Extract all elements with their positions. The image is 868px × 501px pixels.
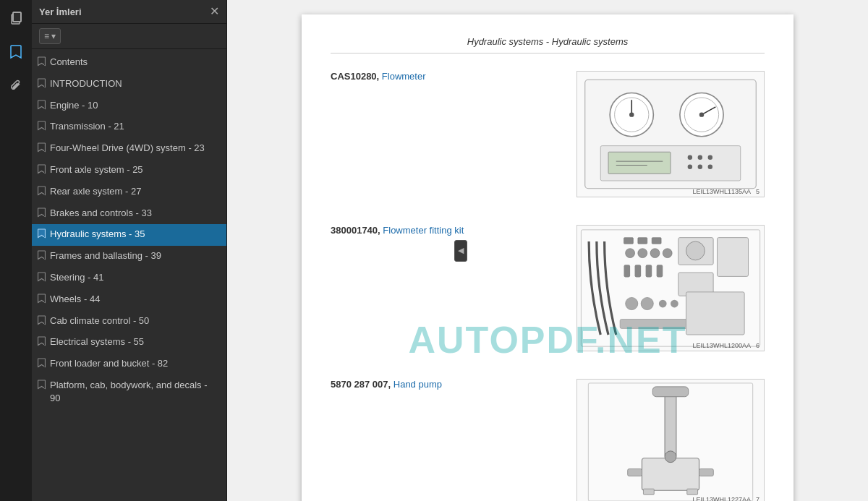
bookmark-icon-13 [38,336,46,350]
sidebar-item-label-10: Steering - 41 [50,271,219,284]
item-caption-1: LEIL13WHL1135AA 5 [692,188,760,195]
sidebar-list: Contents INTRODUCTION Engine - 10 Transm… [32,49,226,501]
sidebar-item-label-0: Contents [50,56,219,69]
svg-rect-43 [686,292,745,335]
svg-rect-1 [13,12,21,22]
sidebar-item-label-15: Platform, cab, bodywork, and decals - 90 [50,379,219,405]
sidebar-item-8[interactable]: Hydraulic systems - 35 [32,224,226,246]
svg-rect-47 [652,387,688,397]
sidebar-item-label-1: INTRODUCTION [50,77,219,90]
svg-point-17 [698,155,702,160]
sidebar-item-9[interactable]: Frames and ballasting - 39 [32,246,226,267]
svg-rect-50 [699,469,714,476]
sidebar-item-7[interactable]: Brakes and controls - 33 [32,203,226,225]
sidebar-item-5[interactable]: Front axle system - 25 [32,160,226,181]
page-document: Hydraulic systems - Hydraulic systems AU… [302,14,793,501]
sidebar-item-label-8: Hydraulic systems - 35 [50,228,219,241]
bookmark-icon-btn[interactable] [4,40,27,64]
bookmark-icon-2 [38,100,46,114]
paperclip-icon-btn[interactable] [4,75,27,98]
sidebar-item-10[interactable]: Steering - 41 [32,267,226,289]
content-item-2: LEIL13WHL1200AA 6 380001740, Flowmeter f… [331,225,765,359]
bookmark-icon-4 [38,142,46,156]
sidebar-item-label-13: Electrical systems - 55 [50,335,219,348]
sidebar-item-14[interactable]: Front loader and bucket - 82 [32,354,226,375]
svg-point-35 [686,241,705,260]
bookmark-icon-6 [38,186,46,200]
sidebar-item-label-4: Four-Wheel Drive (4WD) system - 23 [50,142,219,155]
svg-point-26 [626,249,635,258]
svg-rect-31 [635,265,642,277]
svg-rect-25 [652,238,661,244]
item-image-1: LEIL13WHL1135AA 5 [576,71,765,197]
bookmark-icon-14 [38,358,46,372]
sidebar-item-1[interactable]: INTRODUCTION [32,74,226,95]
svg-point-19 [688,164,692,168]
item-image-2: LEIL13WHL1200AA 6 [576,225,765,351]
svg-point-28 [650,249,660,258]
sidebar-header: Yer İmleri ✕ [32,0,226,24]
bookmark-icon-12 [38,315,46,329]
bookmark-icon-8 [38,228,46,242]
bookmark-icon-11 [38,294,46,307]
svg-point-21 [708,164,712,168]
sidebar-item-label-12: Cab climate control - 50 [50,314,219,327]
svg-point-39 [641,297,653,309]
svg-rect-33 [657,265,663,277]
svg-rect-49 [628,469,642,476]
sidebar-close-button[interactable]: ✕ [210,6,219,17]
svg-rect-23 [624,238,634,244]
svg-rect-32 [646,265,652,277]
sidebar-item-13[interactable]: Electrical systems - 55 [32,332,226,354]
main-content: Hydraulic systems - Hydraulic systems AU… [227,0,868,501]
svg-rect-30 [624,265,631,277]
svg-rect-52 [687,489,698,494]
sidebar-item-label-14: Front loader and bucket - 82 [50,357,219,370]
bookmark-icon-1 [38,78,46,92]
sidebar-item-label-11: Wheels - 44 [50,293,219,306]
sidebar-collapse-button[interactable]: ◀ [454,240,467,262]
sidebar-item-6[interactable]: Rear axle system - 27 [32,181,226,203]
page-header: Hydraulic systems - Hydraulic systems [331,36,765,53]
item-caption-2: LEIL13WHL1200AA 6 [692,342,760,349]
svg-rect-51 [643,489,654,494]
svg-point-29 [663,249,672,258]
svg-rect-37 [718,238,749,277]
icon-bar [0,0,32,501]
sidebar-item-label-5: Front axle system - 25 [50,163,219,176]
svg-point-40 [659,300,667,308]
content-item-1: LEIL13WHL1135AA 5 CAS10280, Flowmeter [331,71,765,205]
sidebar-item-11[interactable]: Wheels - 44 [32,289,226,311]
sidebar-view-label: ≡ ▾ [44,31,56,41]
sidebar-title: Yer İmleri [39,7,82,17]
sidebar-item-0[interactable]: Contents [32,52,226,74]
bookmark-icon-9 [38,250,46,264]
svg-point-38 [626,297,638,309]
sidebar-toolbar: ≡ ▾ [32,24,226,49]
sidebar-item-label-3: Transmission - 21 [50,120,219,133]
item-caption-3: LEIL13WHL1227AA 7 [692,496,760,501]
sidebar-item-2[interactable]: Engine - 10 [32,95,226,117]
sidebar-item-label-7: Brakes and controls - 33 [50,207,219,220]
sidebar-item-15[interactable]: Platform, cab, bodywork, and decals - 90 [32,375,226,408]
bookmark-icon-10 [38,272,46,286]
sidebar-item-label-6: Rear axle system - 27 [50,185,219,198]
sidebar: Yer İmleri ✕ ≡ ▾ Contents INTRODUCTION E… [32,0,227,501]
svg-rect-24 [638,238,647,244]
svg-point-16 [688,155,692,160]
sidebar-item-12[interactable]: Cab climate control - 50 [32,311,226,333]
copy-icon-btn[interactable] [4,6,27,29]
bookmark-icon-7 [38,207,46,221]
bookmark-icon-0 [38,56,46,70]
svg-point-11 [699,112,704,116]
svg-point-41 [671,300,678,308]
bookmark-icon-3 [38,121,46,134]
svg-rect-13 [608,152,671,174]
sidebar-view-button[interactable]: ≡ ▾ [39,28,61,44]
sidebar-item-3[interactable]: Transmission - 21 [32,116,226,138]
svg-rect-46 [665,390,676,458]
sidebar-item-label-2: Engine - 10 [50,99,219,112]
item-image-3: LEIL13WHL1227AA 7 [576,379,765,501]
bookmark-icon-5 [38,164,46,178]
sidebar-item-4[interactable]: Four-Wheel Drive (4WD) system - 23 [32,138,226,160]
